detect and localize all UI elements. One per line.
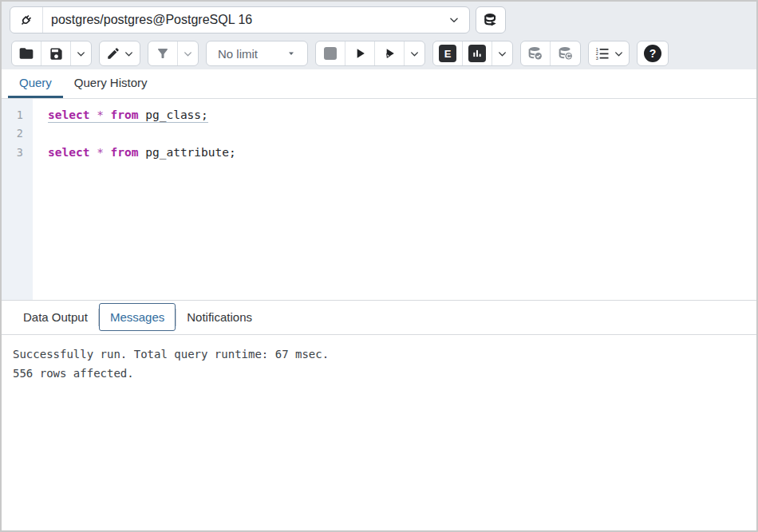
explain-button-group: E: [432, 41, 513, 66]
messages-panel: Successfully run. Total query runtime: 6…: [2, 335, 756, 530]
editor-tabbar: Query Query History: [2, 69, 756, 99]
chevron-down-icon: [497, 49, 507, 59]
sql-editor[interactable]: 1 2 3 select * from pg_class; select * f…: [2, 99, 756, 300]
database-arrow-icon: [483, 12, 499, 28]
explain-button[interactable]: E: [433, 41, 463, 65]
sql-text: [89, 146, 97, 159]
connection-bar: postgres/postgres@PostgreSQL 16: [2, 2, 756, 37]
code-line-1: select * from pg_class;: [48, 106, 756, 124]
row-limit-select[interactable]: No limit: [206, 41, 308, 66]
sql-text: pg_class;: [139, 108, 208, 121]
play-cursor-icon: [381, 45, 397, 61]
help-button[interactable]: ?: [637, 41, 669, 66]
explain-icon: E: [439, 45, 456, 62]
tab-data-output[interactable]: Data Output: [13, 304, 98, 330]
caret-down-icon: [286, 49, 296, 58]
explain-analyze-button[interactable]: [463, 41, 492, 65]
save-button[interactable]: [41, 41, 71, 65]
filter-button[interactable]: [148, 41, 178, 65]
tab-notifications[interactable]: Notifications: [176, 304, 263, 330]
tab-messages[interactable]: Messages: [99, 303, 176, 331]
stop-button[interactable]: [316, 41, 345, 65]
code-area[interactable]: select * from pg_class; select * from pg…: [33, 99, 756, 300]
save-menu-button[interactable]: [71, 41, 91, 65]
filter-icon: [156, 46, 170, 61]
new-connection-button[interactable]: [476, 6, 506, 33]
edit-menu-button[interactable]: [100, 41, 140, 65]
database-commit-icon: [527, 45, 544, 62]
edit-button-group: [99, 41, 140, 66]
connection-status-box: [10, 7, 43, 33]
open-file-button[interactable]: [12, 41, 41, 65]
code-line-3: select * from pg_attribute;: [48, 144, 756, 162]
explain-analyze-chart-icon: [468, 45, 486, 62]
line-number: 2: [2, 124, 33, 143]
tab-messages-label: Messages: [110, 310, 164, 324]
line-number: 1: [2, 106, 33, 124]
execute-to-cursor-button[interactable]: [375, 41, 405, 65]
chevron-down-icon: [614, 49, 624, 59]
connection-group: postgres/postgres@PostgreSQL 16: [10, 6, 470, 33]
macro-button-group: 1 2 3: [588, 41, 630, 66]
save-icon: [49, 46, 64, 61]
play-icon: [352, 45, 368, 61]
tab-query[interactable]: Query: [8, 69, 63, 98]
line-number-gutter: 1 2 3: [2, 99, 33, 300]
macro-menu-button[interactable]: 1 2 3: [589, 41, 629, 65]
output-tabbar: Data Output Messages Notifications: [2, 301, 756, 335]
sql-keyword: from: [111, 146, 139, 159]
sql-keyword: select: [48, 146, 89, 159]
toolbar: No limit: [2, 37, 756, 69]
explain-menu-button[interactable]: [492, 41, 512, 65]
sql-keyword: select: [48, 108, 89, 121]
chevron-down-icon: [76, 49, 86, 59]
tab-query-label: Query: [19, 76, 52, 89]
chevron-down-icon: [409, 49, 420, 59]
sql-keyword: from: [111, 108, 139, 121]
chevron-down-icon: [124, 49, 134, 59]
tab-query-history-label: Query History: [74, 76, 148, 89]
filter-button-group: [148, 41, 199, 66]
folder-icon: [18, 45, 34, 61]
connection-label: postgres/postgres@PostgreSQL 16: [51, 13, 448, 27]
execute-menu-button[interactable]: [405, 41, 424, 65]
stop-icon: [324, 47, 337, 60]
tab-query-history[interactable]: Query History: [63, 69, 159, 98]
pencil-icon: [106, 46, 120, 61]
execute-button-group: [315, 41, 425, 66]
chevron-down-icon: [448, 14, 460, 26]
ordered-list-icon: 1 2 3: [594, 45, 610, 61]
tab-notifications-label: Notifications: [187, 310, 252, 324]
tab-data-output-label: Data Output: [23, 310, 88, 324]
line-number: 3: [2, 144, 33, 162]
execute-button[interactable]: [345, 41, 375, 65]
database-rollback-icon: [557, 45, 574, 62]
filter-menu-button[interactable]: [178, 41, 198, 65]
help-icon: ?: [644, 45, 661, 62]
file-button-group: [11, 41, 92, 66]
row-limit-value: No limit: [218, 47, 258, 61]
plug-icon: [18, 11, 35, 29]
transaction-button-group: [520, 41, 581, 66]
sql-text: [104, 108, 111, 121]
sql-text: pg_attribute;: [139, 146, 236, 159]
connection-selector[interactable]: postgres/postgres@PostgreSQL 16: [43, 7, 469, 33]
query-tool-window: postgres/postgres@PostgreSQL 16: [0, 0, 758, 532]
sql-operator: *: [97, 108, 104, 121]
code-line-2: [48, 124, 756, 143]
sql-text: [89, 108, 97, 121]
sql-operator: *: [97, 146, 104, 159]
chevron-down-icon: [183, 49, 193, 59]
commit-button[interactable]: [521, 41, 551, 65]
message-line: 556 rows affected.: [13, 364, 745, 383]
svg-text:3: 3: [595, 56, 598, 61]
message-line: Successfully run. Total query runtime: 6…: [13, 345, 745, 364]
rollback-button[interactable]: [551, 41, 580, 65]
sql-text: [104, 146, 111, 159]
